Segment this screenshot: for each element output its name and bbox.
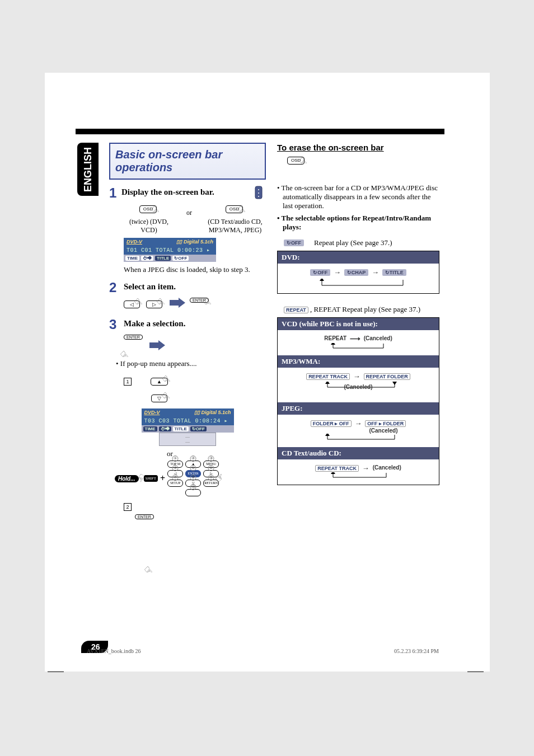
option-head: CD Text/audio CD: xyxy=(278,447,439,459)
osd-audio-format: ▯▯ Digital 5.1ch xyxy=(194,410,231,415)
substep-marker: 2 xyxy=(124,503,132,511)
shift-button-icon: SHIFT xyxy=(144,475,158,482)
canceled-label: (Canceled) xyxy=(373,464,401,471)
section-title: Basic on-screen bar operations xyxy=(109,143,266,180)
context-label: (twice) (DVD, VCD) xyxy=(124,218,174,234)
svg-marker-8 xyxy=(325,382,330,384)
step-text: Make a selection. xyxy=(124,319,185,328)
svg-point-1 xyxy=(258,189,259,190)
svg-marker-11 xyxy=(331,472,335,474)
osd-disc-type: DVD-V xyxy=(144,410,160,415)
repeat-chip: OFF ▸ FOLDER xyxy=(365,420,406,427)
osd-audio-format: ▯▯ Digital 5.1ch xyxy=(176,239,213,245)
osd-chip: ⏱➜ xyxy=(141,256,153,261)
repeat-chip: REPEAT FOLDER xyxy=(364,373,410,380)
note-text: • The on-screen bar for a CD or MP3/WMA/… xyxy=(277,184,439,210)
return-path-icon xyxy=(327,343,389,350)
osd-chip: TIME xyxy=(125,256,139,261)
note-text: When a JPEG disc is loaded, skip to step… xyxy=(124,265,266,274)
arrow-icon: → xyxy=(355,419,362,428)
repeat-chip: FOLDER ▸ OFF xyxy=(311,420,352,427)
svg-point-2 xyxy=(258,192,259,194)
key-zero: ⓪ xyxy=(185,489,201,496)
repeat-chip: ↻CHAP xyxy=(344,269,369,276)
step-number: 1 xyxy=(109,185,121,201)
enter-button-icon: ENTER xyxy=(135,514,154,519)
remote-icon xyxy=(251,185,266,202)
popup-menu: —— xyxy=(159,433,216,446)
language-tab: ENGLISH xyxy=(77,143,99,196)
osd-example-bar: DVD-V▯▯ Digital 5.1ch T01 C01 TOTAL 0:00… xyxy=(124,238,216,262)
osd-chip-selected: TITLE xyxy=(173,426,189,431)
arrow-icon: → xyxy=(353,372,360,381)
footer-file: AVX1EN_book.indb 26 xyxy=(87,648,140,654)
footer: AVX1EN_book.indb 26 05.2.23 6:39:24 PM xyxy=(87,633,439,654)
repeat-desc: Repeat play (See page 37.) xyxy=(314,238,392,247)
press-hand-icon: ☟ xyxy=(235,204,248,217)
step-number: 2 xyxy=(109,280,121,295)
svg-marker-10 xyxy=(325,434,330,436)
return-path-icon xyxy=(316,434,400,442)
erase-heading: To erase the on-screen bar xyxy=(277,143,439,152)
osd-time-readout: T01 C01 TOTAL 0:00:23 ▸ xyxy=(124,246,216,255)
osd-chip: ⏱➜ xyxy=(159,426,171,431)
osd-example-bar: DVD-V▯▯ Digital 5.1ch T03 C03 TOTAL 0:08… xyxy=(142,408,234,446)
left-column: Basic on-screen bar operations 1 Display… xyxy=(109,143,266,536)
osd-chip: ↻OFF xyxy=(190,426,207,431)
osd-disc-type: DVD-V xyxy=(127,239,142,245)
repeat-chip: REPEAT TRACK xyxy=(315,465,359,472)
osd-chip: ↻OFF xyxy=(172,256,189,261)
or-label: or xyxy=(186,209,192,217)
right-column: To erase the on-screen bar OSD☟ • The on… xyxy=(277,143,439,485)
key-setup: ⑦SETUP xyxy=(167,480,183,487)
repeat-label: REPEAT xyxy=(324,335,346,341)
or-label: or xyxy=(124,449,216,458)
osd-chip: TIME xyxy=(143,426,157,431)
option-head: VCD (while PBC is not in use): xyxy=(278,318,439,330)
svg-marker-7 xyxy=(331,343,335,345)
repeat-chip: REPEAT xyxy=(284,307,308,313)
option-head: JPEG: xyxy=(278,402,439,415)
step-text: Select an item. xyxy=(124,282,176,292)
repeat-chip: ↻OFF xyxy=(310,269,330,276)
arrow-icon xyxy=(148,340,165,350)
repeat-chip: REPEAT TRACK xyxy=(306,373,350,380)
svg-marker-9 xyxy=(392,382,397,385)
arrow-icon: ⟶ xyxy=(350,335,360,343)
svg-marker-5 xyxy=(149,340,165,350)
canceled-label: (Canceled) xyxy=(369,428,397,434)
canceled-label: (Canceled) xyxy=(364,335,392,341)
svg-marker-6 xyxy=(320,279,324,281)
press-hand-icon: ☟ xyxy=(201,296,214,309)
repeat-chip: ↻TITLE xyxy=(382,269,406,276)
repeat-text-label: , REPEAT xyxy=(310,305,340,313)
osd-time-readout: T03 C03 TOTAL 0:08:24 ▸ xyxy=(142,416,234,425)
plus-icon: + xyxy=(160,473,165,483)
note-text: • The selectable options for Repeat/Intr… xyxy=(277,214,439,232)
step-text: Display the on-screen bar. xyxy=(121,187,214,197)
footer-timestamp: 05.2.23 6:39:24 PM xyxy=(394,648,439,654)
arrow-icon: → xyxy=(362,464,369,472)
return-path-icon xyxy=(325,472,392,479)
option-head: MP3/WMA: xyxy=(278,355,439,368)
step-number: 3 xyxy=(109,317,121,332)
arrow-icon xyxy=(168,298,185,308)
press-hand-icon: ☟ xyxy=(297,155,310,168)
substep-marker: 1 xyxy=(124,378,132,386)
option-box-vcd: VCD (while PBC is not in use): REPEAT ⟶ … xyxy=(277,317,439,485)
repeat-off-chip: ↻OFF xyxy=(284,240,304,246)
popup-note: • If pop-up menu appears.... xyxy=(116,359,266,368)
svg-marker-4 xyxy=(170,298,185,308)
repeat-desc: Repeat play (See page 37.) xyxy=(342,305,420,313)
return-path-icon xyxy=(311,279,406,288)
canceled-label: (Canceled) xyxy=(344,384,372,390)
svg-point-3 xyxy=(258,196,259,197)
arrow-icon: → xyxy=(334,268,341,276)
context-label: (CD Text/audio CD, MP3/WMA, JPEG) xyxy=(204,218,266,234)
header-band xyxy=(76,129,444,134)
option-head: DVD: xyxy=(278,251,439,264)
arrow-icon: → xyxy=(372,268,379,276)
osd-chip-selected: TITLE xyxy=(155,256,171,261)
option-box-dvd: DVD: ↻OFF → ↻CHAP → ↻TITLE xyxy=(277,251,439,294)
press-hand-icon: ☟ xyxy=(149,204,162,217)
